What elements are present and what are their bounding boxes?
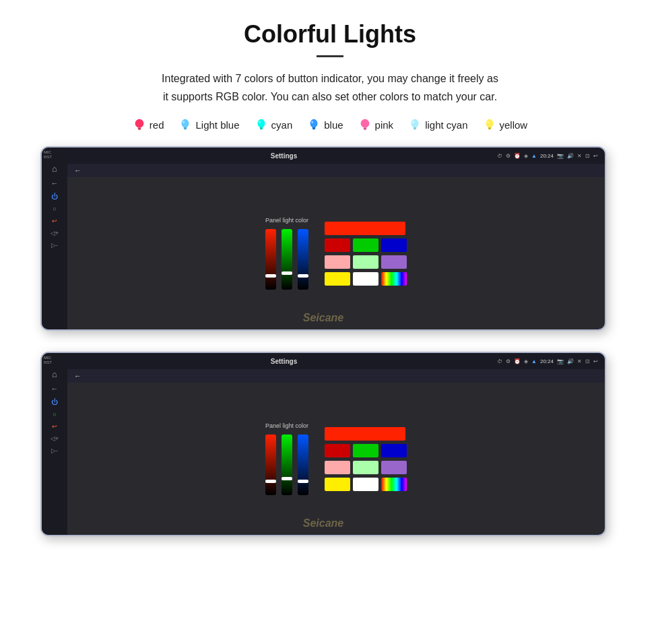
camera-icon-bottom: 📷 [557, 358, 564, 364]
svg-rect-23 [488, 127, 491, 129]
swatch-rainbow-bot [381, 478, 407, 491]
swatch-purple-bot [381, 461, 407, 474]
svg-point-7 [257, 119, 265, 128]
swatch-pink-top [325, 255, 350, 269]
color-item-cyan: cyan [255, 118, 293, 131]
swatch-lightgreen-bot [353, 461, 378, 474]
color-label-pink: pink [375, 119, 394, 131]
main-screen-bottom: MIC RST ⌂ ← ⏻ ○ ↩ ◁+ ▷- [40, 352, 606, 536]
top-screen-stack: MIC RST ⌂ ← ○ ↩ ◁+ ▷- [40, 146, 620, 345]
volume-icon-top: 🔊 [567, 153, 574, 159]
color-label-lightcyan: light cyan [425, 119, 467, 131]
power-icon-main-top[interactable]: ⏻ [51, 193, 58, 200]
color-label-cyan: cyan [271, 119, 293, 131]
undo-icon-main-top[interactable]: ↩ [52, 218, 57, 224]
rst-label-main-bottom: RST [42, 360, 52, 364]
time-display-top: 20:24 [540, 153, 554, 159]
svg-point-22 [486, 119, 493, 128]
home-icon-main-top[interactable]: ⌂ [52, 164, 57, 174]
color-item-yellow: yellow [483, 118, 528, 131]
rst-label-main-top: RST [42, 155, 52, 159]
swatch-full-red-bot [325, 427, 405, 441]
svg-rect-4 [184, 127, 187, 129]
circle-icon-main-top: ○ [53, 205, 56, 212]
swatch-yellow-bot [325, 478, 350, 491]
svg-point-25 [487, 121, 489, 124]
vol-dn-icon-main-top[interactable]: ▷- [51, 242, 58, 249]
back-btn-top[interactable]: ← [74, 166, 81, 174]
title-divider [317, 55, 343, 57]
clock-icon-bottom: ⏱ [497, 358, 502, 364]
swatch-rainbow-top [381, 272, 407, 286]
mic-label-main-top: MIC [42, 150, 51, 154]
swatch-white-top [353, 272, 378, 286]
svg-rect-13 [312, 129, 315, 129]
signal-icon-bottom: ▲ [531, 358, 537, 364]
circle-icon-main-bottom: ○ [53, 411, 56, 418]
mic-label-main-bottom: MIC [42, 356, 51, 360]
svg-rect-8 [259, 127, 263, 129]
svg-point-6 [183, 121, 185, 124]
back-arrow-top[interactable]: ↩ [593, 153, 598, 159]
swatch-yellow-top [325, 272, 350, 286]
bottom-screen-stack: MIC RST ⌂ ← ⏻ ○ ↩ ◁+ ▷- [40, 352, 620, 550]
back-btn-bottom[interactable]: ← [74, 372, 81, 380]
color-label-red: red [150, 119, 164, 131]
back-icon-main-bottom[interactable]: ← [51, 385, 58, 393]
volume-icon-bottom: 🔊 [567, 358, 574, 364]
signal-icon-top: ▲ [531, 153, 537, 159]
window-icon-top: ⊡ [585, 153, 590, 159]
yellow-bulb-icon [483, 118, 496, 131]
color-item-lightblue: Light blue [178, 118, 239, 131]
back-icon-main-top[interactable]: ← [51, 179, 58, 187]
svg-rect-9 [260, 129, 263, 129]
alarm-icon-top: ⏰ [514, 153, 521, 159]
color-item-blue: blue [307, 118, 343, 131]
svg-point-18 [411, 119, 419, 128]
back-arrow-bottom[interactable]: ↩ [593, 358, 598, 364]
time-display-bottom: 20:24 [540, 358, 554, 364]
clock-icon-top: ⏱ [497, 153, 502, 159]
location-icon-bottom: ◈ [524, 358, 528, 364]
swatch-pink-bot [325, 461, 350, 474]
camera-icon-top: 📷 [557, 153, 564, 159]
svg-point-10 [259, 121, 261, 124]
blue-bulb-icon [307, 118, 321, 131]
home-icon-main-bottom[interactable]: ⌂ [52, 369, 57, 379]
color-label-lightblue: Light blue [195, 119, 239, 131]
color-label-blue: blue [324, 119, 343, 131]
swatch-purple-top [381, 255, 407, 269]
svg-point-14 [312, 121, 314, 124]
vol-dn-icon-main-bottom[interactable]: ▷- [51, 447, 58, 454]
color-item-lightcyan: light cyan [408, 118, 467, 131]
svg-rect-20 [414, 129, 416, 129]
vol-up-icon-main-bottom[interactable]: ◁+ [51, 435, 59, 442]
color-item-red: red [133, 118, 164, 131]
red-bulb-icon [133, 118, 146, 131]
svg-point-3 [182, 119, 189, 128]
bottom-device-group: MIC RST ⌂ ← ⏻ ○ ↩ ◁+ ▷- [40, 352, 620, 550]
svg-rect-5 [185, 129, 187, 129]
svg-rect-12 [312, 127, 316, 129]
undo-icon-main-bottom[interactable]: ↩ [52, 423, 57, 430]
lightcyan-bulb-icon [408, 118, 422, 131]
panel-light-label-bottom: Panel light color [265, 422, 308, 429]
alarm-icon-bottom: ⏰ [514, 358, 521, 364]
description: Integrated with 7 colors of button indic… [27, 69, 633, 106]
close-icon-top: ✕ [577, 153, 582, 159]
svg-rect-19 [414, 127, 417, 129]
top-device-group: MIC RST ⌂ ← ○ ↩ ◁+ ▷- [40, 146, 620, 345]
swatch-white-bot [353, 478, 378, 491]
main-screen-top: MIC RST ⌂ ← ⏻ ○ ↩ ◁+ ▷- [40, 146, 606, 331]
svg-point-0 [135, 119, 143, 128]
svg-rect-24 [488, 129, 491, 129]
close-icon-bottom: ✕ [577, 358, 582, 364]
svg-point-15 [360, 119, 369, 128]
vol-up-icon-main-top[interactable]: ◁+ [51, 230, 59, 236]
power-icon-main-bottom[interactable]: ⏻ [51, 398, 58, 406]
color-label-yellow: yellow [500, 119, 528, 131]
settings-gear-icon-top: ⚙ [506, 153, 510, 159]
page-title: Colorful Lights [27, 20, 633, 49]
swatch-lightgreen-top [353, 255, 378, 269]
svg-rect-2 [138, 129, 141, 130]
